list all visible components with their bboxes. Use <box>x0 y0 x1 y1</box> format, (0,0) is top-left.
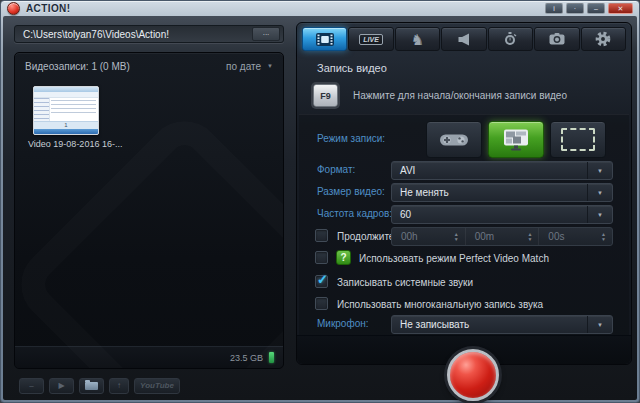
multichannel-checkbox[interactable] <box>315 297 328 310</box>
window-title: ACTION! <box>26 3 70 14</box>
tab-bar: LIVE ♞ <box>302 27 626 51</box>
youtube-upload-button[interactable]: YouTube <box>134 378 180 394</box>
play-button[interactable]: ▶ <box>49 378 74 394</box>
thumb-taskbar <box>34 129 98 134</box>
help-icon[interactable]: ? <box>336 250 351 265</box>
camera-icon <box>549 33 565 45</box>
duration-row: Продолжительность: 00h ▲▼ 00m ▲▼ <box>299 227 629 247</box>
chess-knight-icon: ♞ <box>411 32 424 47</box>
sort-label: по дате <box>226 61 261 72</box>
fps-row: Частота кадров: 60 ▼ <box>299 205 629 225</box>
filmstrip-icon <box>316 33 334 46</box>
speaker-icon <box>457 33 471 46</box>
stopwatch-icon <box>503 32 517 46</box>
export-button[interactable]: ↑ <box>109 378 129 394</box>
format-select[interactable]: AVI ▼ <box>391 161 613 180</box>
tab-audio[interactable] <box>441 27 486 51</box>
format-row: Формат: AVI ▼ <box>299 161 629 181</box>
video-list-item[interactable]: 1 Video 19-08-2016 16-... <box>28 86 104 149</box>
close-button[interactable]: ✕ <box>608 3 633 14</box>
mode-games-button[interactable] <box>426 121 482 158</box>
spinner-arrows-icon[interactable]: ▲▼ <box>601 232 606 241</box>
size-label: Размер видео: <box>317 186 385 197</box>
region-icon <box>561 128 595 151</box>
action-window: ACTION! i · – ✕ C:\Users\tolyan76\Videos… <box>0 0 640 403</box>
format-value: AVI <box>392 162 587 179</box>
hotkey-row: F9 Нажмите для начала/окончания записи в… <box>313 82 617 109</box>
minutes-value: 00m <box>466 231 528 242</box>
chevron-down-icon: ▼ <box>267 63 273 69</box>
pvm-label: Использовать режим Perfect Video Match <box>359 253 549 264</box>
tab-settings[interactable] <box>581 27 626 51</box>
duration-spinners: 00h ▲▼ 00m ▲▼ 00s <box>391 227 613 246</box>
app-body: C:\Users\tolyan76\Videos\Action! ... Вид… <box>3 16 637 400</box>
pvm-row: ? Использовать режим Perfect Video Match <box>299 249 629 269</box>
mic-value: Не записывать <box>392 316 587 333</box>
format-label: Формат: <box>317 164 355 175</box>
browse-button[interactable]: ... <box>252 27 280 41</box>
fps-select[interactable]: 60 ▼ <box>391 205 613 224</box>
video-thumbnail[interactable]: 1 <box>33 86 99 135</box>
thumb-explorer-sidebar <box>34 98 50 122</box>
folder-icon <box>85 382 98 390</box>
spinner-arrows-icon[interactable]: ▲▼ <box>527 232 532 241</box>
info-button[interactable]: i <box>545 3 563 14</box>
gamepad-icon <box>439 131 469 148</box>
panel-title: Запись видео <box>317 62 387 74</box>
video-filename: Video 19-08-2016 16-... <box>28 139 104 149</box>
size-select[interactable]: Не менять ▼ <box>391 183 613 202</box>
library-panel: Видеозаписи: 1 (0 MB) по дате ▼ 1 Video … <box>14 52 284 369</box>
pvm-checkbox[interactable] <box>315 251 328 264</box>
spinner-arrows-icon[interactable]: ▲▼ <box>454 232 459 241</box>
disk-space-icon <box>269 352 274 363</box>
seconds-value: 00s <box>539 231 601 242</box>
sort-dropdown[interactable]: по дате ▼ <box>226 61 273 72</box>
delete-button[interactable]: – <box>19 378 44 394</box>
chevron-down-icon[interactable]: ▼ <box>587 316 612 333</box>
record-button[interactable] <box>447 349 499 401</box>
system-sounds-label: Записывать системные звуки <box>337 277 473 288</box>
multichannel-row: Использовать многоканальную запись звука <box>299 295 629 315</box>
output-path-field[interactable]: C:\Users\tolyan76\Videos\Action! ... <box>14 25 284 43</box>
minimize-button[interactable]: – <box>587 3 605 14</box>
tab-live-streaming[interactable]: LIVE <box>348 27 393 51</box>
fps-value: 60 <box>392 206 587 223</box>
monitor-icon <box>503 129 529 151</box>
titlebar: ACTION! i · – ✕ <box>7 2 633 15</box>
thumb-statusband: 1 <box>34 121 98 129</box>
output-path-value: C:\Users\tolyan76\Videos\Action! <box>15 29 249 40</box>
open-folder-button[interactable] <box>79 378 104 394</box>
thumb-explorer-filelist <box>51 100 96 114</box>
window-controls: i · – ✕ <box>545 3 633 14</box>
minutes-stepper[interactable]: 00m ▲▼ <box>465 228 539 245</box>
library-toolbar: – ▶ ↑ YouTube <box>19 377 180 394</box>
hours-stepper[interactable]: 00h ▲▼ <box>392 228 465 245</box>
mode-row: Режим записи: <box>299 121 629 159</box>
chevron-down-icon[interactable]: ▼ <box>587 184 612 201</box>
system-sounds-checkbox[interactable]: ✓ <box>315 275 328 288</box>
fps-label: Частота кадров: <box>317 208 392 219</box>
hours-value: 00h <box>392 231 454 242</box>
size-row: Размер видео: Не менять ▼ <box>299 183 629 203</box>
hotkey-hint: Нажмите для начала/окончания записи виде… <box>353 90 567 101</box>
system-sounds-row: ✓ Записывать системные звуки <box>299 273 629 293</box>
seconds-stepper[interactable]: 00s ▲▼ <box>538 228 612 245</box>
chevron-down-icon[interactable]: ▼ <box>587 162 612 179</box>
duration-checkbox[interactable] <box>315 229 328 242</box>
size-value: Не менять <box>392 184 587 201</box>
live-icon: LIVE <box>359 34 383 45</box>
app-logo-icon <box>7 2 20 15</box>
tab-benchmark[interactable] <box>488 27 533 51</box>
chevron-down-icon[interactable]: ▼ <box>587 206 612 223</box>
mic-row: Микрофон: Не записывать ▼ <box>299 315 629 335</box>
gear-icon <box>595 31 611 47</box>
tray-button[interactable]: · <box>566 3 584 14</box>
tab-video-recording[interactable] <box>302 27 347 51</box>
tab-screenshots[interactable] <box>534 27 579 51</box>
mode-region-button[interactable] <box>550 121 606 158</box>
tab-games[interactable]: ♞ <box>395 27 440 51</box>
library-header: Видеозаписи: 1 (0 MB) по дате ▼ <box>25 59 273 73</box>
recordings-count: Видеозаписи: 1 (0 MB) <box>25 61 130 72</box>
mode-desktop-button[interactable] <box>488 121 544 158</box>
mic-select[interactable]: Не записывать ▼ <box>391 315 613 334</box>
